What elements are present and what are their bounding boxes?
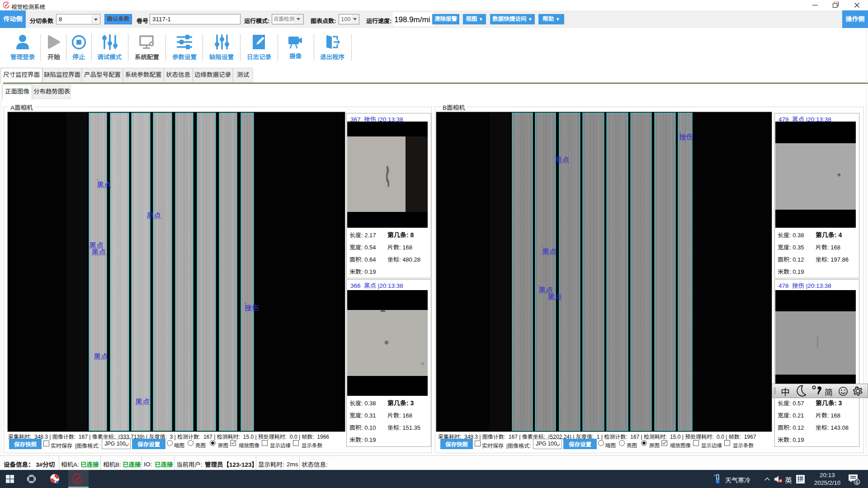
svg-text:黑点: 黑点 xyxy=(555,156,569,164)
svg-text:6: 6 xyxy=(856,479,859,485)
svg-text:黑点: 黑点 xyxy=(97,181,111,189)
svg-text:黑点: 黑点 xyxy=(91,249,106,256)
svg-text:黑点: 黑点 xyxy=(542,248,557,256)
svg-text:黑点: 黑点 xyxy=(94,353,108,361)
svg-text:黑点: 黑点 xyxy=(547,293,562,301)
svg-text:挫伤: 挫伤 xyxy=(679,133,693,141)
svg-text:挫伤: 挫伤 xyxy=(245,304,259,312)
svg-text:黑点: 黑点 xyxy=(146,212,161,220)
svg-text:黑点: 黑点 xyxy=(135,398,150,406)
